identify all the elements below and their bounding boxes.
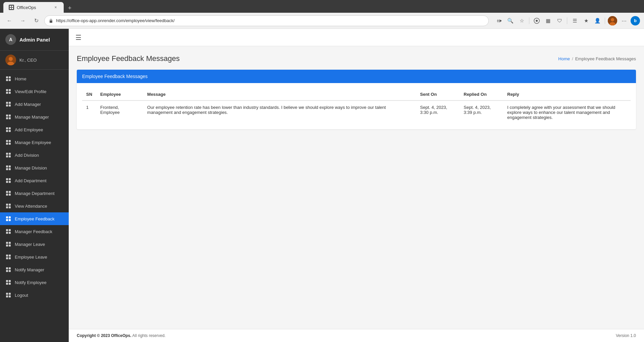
breadcrumb-home[interactable]: Home <box>558 56 570 61</box>
url-text: https://office-ops-app.onrender.com/empl… <box>56 18 484 23</box>
manager-feedback-icon <box>5 228 11 234</box>
col-employee: Employee <box>96 88 143 100</box>
svg-rect-1 <box>12 6 13 7</box>
sidebar-item-view-attendance[interactable]: View Attendance <box>0 200 69 212</box>
page-title: Employee Feedback Messages <box>77 54 180 63</box>
breadcrumb: Home / Employee Feedback Messages <box>558 56 636 61</box>
account-icon[interactable]: 👤 <box>593 16 602 25</box>
manage-manager-icon <box>5 114 11 120</box>
sidebar-item-label-add-employee: Add Employee <box>15 127 43 132</box>
sidebar-item-label-notify-manager: Notify Manager <box>15 267 44 272</box>
sidebar-item-manager-feedback[interactable]: Manager Feedback <box>0 225 69 238</box>
search-icon[interactable]: 🔍 <box>506 16 515 25</box>
sidebar-item-home[interactable]: Home <box>0 72 69 85</box>
cell-employee: Frontend, Employee <box>96 100 143 124</box>
svg-point-6 <box>536 20 538 22</box>
sidebar-item-add-employee[interactable]: Add Employee <box>0 123 69 136</box>
col-sent-on: Sent On <box>416 88 460 100</box>
page-header: Employee Feedback Messages Home / Employ… <box>77 54 636 63</box>
manager-leave-icon <box>5 241 11 247</box>
separator-1 <box>529 17 529 24</box>
cell-replied-on: Sept. 4, 2023, 3:39 p.m. <box>460 100 503 124</box>
col-message: Message <box>143 88 416 100</box>
profile-icon[interactable] <box>608 16 617 25</box>
separator-2 <box>567 17 567 24</box>
sidebar-item-add-department[interactable]: Add Department <box>0 174 69 187</box>
active-tab[interactable]: OfficeOps × <box>3 2 64 13</box>
main-content: ☰ Employee Feedback Messages Home / Empl… <box>69 29 644 342</box>
svg-point-8 <box>611 18 614 21</box>
sidebar-item-manage-division[interactable]: Manage Division <box>0 161 69 174</box>
hamburger-menu[interactable]: ☰ <box>75 33 81 42</box>
sidebar-item-logout[interactable]: Logout <box>0 289 69 301</box>
sidebar-item-add-manager[interactable]: Add Manager <box>0 98 69 111</box>
content-area: Employee Feedback Messages Home / Employ… <box>69 46 644 329</box>
tab-close-button[interactable]: × <box>53 5 58 10</box>
sidebar-item-label-manage-department: Manage Department <box>15 191 55 196</box>
employee-feedback-icon <box>5 216 11 222</box>
sidebar-item-label-view-attendance: View Attendance <box>15 204 47 209</box>
sidebar: A Admin Panel Kr., CEO HomeView/Edit Pro… <box>0 29 69 342</box>
sidebar-item-label-add-manager: Add Manager <box>15 102 41 107</box>
sidebar-item-manager-leave[interactable]: Manager Leave <box>0 238 69 251</box>
sidebar-item-label-manage-employee: Manage Employee <box>15 140 51 145</box>
edge-copilot-icon[interactable]: b <box>631 16 640 25</box>
immersive-reader-icon[interactable]: ▦ <box>543 16 553 25</box>
sidebar-item-label-view-edit-profile: View/Edit Profile <box>15 89 46 94</box>
breadcrumb-separator: / <box>572 56 573 61</box>
sidebar-icon[interactable]: ☰ <box>570 16 579 25</box>
view-edit-profile-icon <box>5 88 11 94</box>
svg-rect-4 <box>50 20 52 23</box>
notify-manager-icon <box>5 267 11 273</box>
footer-copyright: Copyright © 2023 OfficeOps. All rights r… <box>77 333 166 338</box>
sidebar-item-notify-manager[interactable]: Notify Manager <box>0 263 69 276</box>
more-options-icon[interactable]: ⋯ <box>619 16 629 25</box>
sidebar-item-notify-employee[interactable]: Notify Employee <box>0 276 69 289</box>
sidebar-item-manage-employee[interactable]: Manage Employee <box>0 136 69 149</box>
footer: Copyright © 2023 OfficeOps. All rights r… <box>69 329 644 342</box>
sidebar-item-view-edit-profile[interactable]: View/Edit Profile <box>0 85 69 98</box>
footer-brand: Copyright © 2023 OfficeOps. <box>77 333 131 338</box>
table-container: SN Employee Message Sent On Replied On R… <box>77 83 636 129</box>
new-tab-button[interactable]: + <box>65 3 74 13</box>
sidebar-item-label-notify-employee: Notify Employee <box>15 280 47 285</box>
sidebar-item-label-manager-feedback: Manager Feedback <box>15 229 52 234</box>
sidebar-item-manage-manager[interactable]: Manage Manager <box>0 111 69 123</box>
extensions-icon[interactable] <box>532 16 541 25</box>
add-employee-icon <box>5 127 11 133</box>
url-bar[interactable]: https://office-ops-app.onrender.com/empl… <box>44 15 489 26</box>
tab-title: OfficeOps <box>17 5 36 10</box>
read-aloud-icon[interactable]: 🕪 <box>494 16 504 25</box>
sidebar-item-employee-leave[interactable]: Employee Leave <box>0 251 69 263</box>
cell-message: Our employee retention rate has been low… <box>143 100 416 124</box>
manage-employee-icon <box>5 139 11 145</box>
footer-version: Version 1.0 <box>616 333 636 338</box>
separator-3 <box>605 17 605 24</box>
home-icon <box>5 76 11 82</box>
back-button[interactable]: ← <box>4 15 15 26</box>
svg-rect-3 <box>12 8 13 9</box>
cell-sent-on: Sept. 4, 2023, 3:30 p.m. <box>416 100 460 124</box>
sidebar-app-name: Admin Panel <box>19 37 50 43</box>
sidebar-logo: A <box>5 34 16 45</box>
sidebar-item-label-logout: Logout <box>15 293 28 298</box>
reload-button[interactable]: ↻ <box>31 15 42 26</box>
sidebar-item-manage-department[interactable]: Manage Department <box>0 187 69 200</box>
sidebar-item-employee-feedback[interactable]: Employee Feedback <box>0 212 69 225</box>
sidebar-header: A Admin Panel <box>0 29 69 51</box>
logout-icon <box>5 292 11 298</box>
user-name: Kr., CEO <box>19 58 37 63</box>
table-header-row: SN Employee Message Sent On Replied On R… <box>82 88 631 100</box>
table-body: 1Frontend, EmployeeOur employee retentio… <box>82 100 631 124</box>
employee-leave-icon <box>5 254 11 260</box>
add-manager-icon <box>5 101 11 107</box>
forward-button[interactable]: → <box>17 15 28 26</box>
favorites-icon[interactable]: ☆ <box>517 16 526 25</box>
browser-toolbar: ← → ↻ https://office-ops-app.onrender.co… <box>0 13 644 29</box>
browser-essentials-icon[interactable]: 🛡 <box>555 16 564 25</box>
card-header: Employee Feedback Messages <box>77 70 636 83</box>
tab-favicon <box>9 5 14 10</box>
sidebar-item-label-add-division: Add Division <box>15 153 39 158</box>
sidebar-item-add-division[interactable]: Add Division <box>0 149 69 161</box>
collections-icon[interactable]: ★ <box>581 16 591 25</box>
